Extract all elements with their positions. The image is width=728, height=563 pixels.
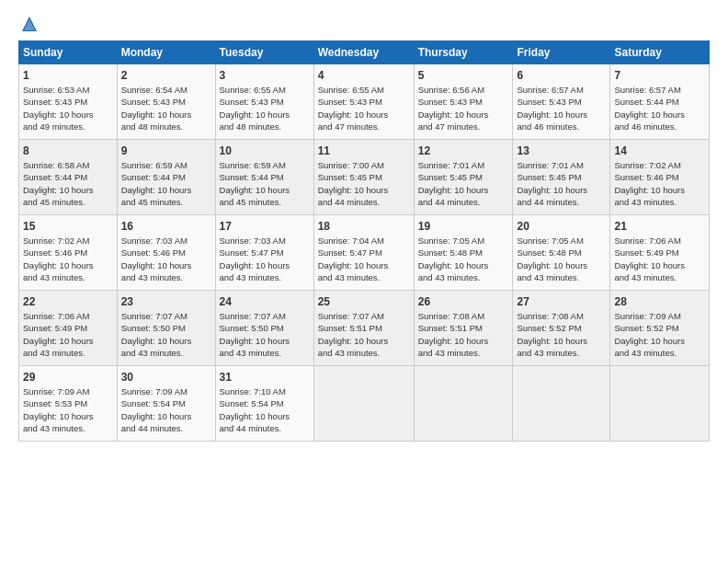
day-info: Sunrise: 7:06 AM Sunset: 5:49 PM Dayligh… bbox=[614, 235, 705, 283]
day-cell: 31Sunrise: 7:10 AM Sunset: 5:54 PM Dayli… bbox=[215, 366, 313, 442]
day-cell: 26Sunrise: 7:08 AM Sunset: 5:51 PM Dayli… bbox=[414, 291, 513, 366]
day-info: Sunrise: 6:56 AM Sunset: 5:43 PM Dayligh… bbox=[418, 84, 509, 132]
day-number: 11 bbox=[318, 144, 410, 158]
day-info: Sunrise: 7:09 AM Sunset: 5:54 PM Dayligh… bbox=[121, 385, 211, 434]
day-info: Sunrise: 7:04 AM Sunset: 5:47 PM Dayligh… bbox=[318, 235, 410, 283]
day-cell: 6Sunrise: 6:57 AM Sunset: 5:43 PM Daylig… bbox=[513, 64, 610, 140]
week-row-1: 1Sunrise: 6:53 AM Sunset: 5:43 PM Daylig… bbox=[19, 64, 710, 140]
day-number: 31 bbox=[220, 370, 310, 385]
day-number: 28 bbox=[614, 294, 705, 309]
day-cell bbox=[313, 366, 414, 442]
day-info: Sunrise: 7:10 AM Sunset: 5:54 PM Dayligh… bbox=[220, 385, 310, 434]
day-info: Sunrise: 6:57 AM Sunset: 5:43 PM Dayligh… bbox=[517, 84, 606, 132]
calendar-table: SundayMondayTuesdayWednesdayThursdayFrid… bbox=[18, 40, 710, 442]
weekday-sunday: Sunday bbox=[19, 41, 118, 64]
day-info: Sunrise: 7:01 AM Sunset: 5:45 PM Dayligh… bbox=[517, 159, 606, 208]
day-info: Sunrise: 7:03 AM Sunset: 5:46 PM Dayligh… bbox=[121, 235, 211, 283]
day-number: 23 bbox=[121, 294, 211, 309]
day-info: Sunrise: 6:53 AM Sunset: 5:43 PM Dayligh… bbox=[23, 84, 113, 132]
day-info: Sunrise: 6:59 AM Sunset: 5:44 PM Dayligh… bbox=[121, 159, 211, 208]
day-info: Sunrise: 6:59 AM Sunset: 5:44 PM Dayligh… bbox=[220, 159, 310, 208]
logo bbox=[18, 15, 39, 33]
day-cell: 15Sunrise: 7:02 AM Sunset: 5:46 PM Dayli… bbox=[19, 215, 118, 291]
day-info: Sunrise: 7:05 AM Sunset: 5:48 PM Dayligh… bbox=[418, 235, 509, 283]
day-info: Sunrise: 7:03 AM Sunset: 5:47 PM Dayligh… bbox=[220, 235, 310, 283]
day-info: Sunrise: 7:09 AM Sunset: 5:52 PM Dayligh… bbox=[614, 310, 705, 359]
day-info: Sunrise: 6:55 AM Sunset: 5:43 PM Dayligh… bbox=[318, 84, 410, 132]
day-info: Sunrise: 7:01 AM Sunset: 5:45 PM Dayligh… bbox=[418, 159, 509, 208]
day-number: 2 bbox=[121, 68, 211, 83]
day-number: 17 bbox=[220, 219, 310, 234]
day-number: 24 bbox=[220, 294, 310, 309]
day-cell bbox=[513, 366, 610, 442]
day-cell: 30Sunrise: 7:09 AM Sunset: 5:54 PM Dayli… bbox=[117, 366, 215, 442]
day-number: 15 bbox=[23, 219, 113, 234]
week-row-2: 8Sunrise: 6:58 AM Sunset: 5:44 PM Daylig… bbox=[19, 140, 710, 215]
day-cell: 4Sunrise: 6:55 AM Sunset: 5:43 PM Daylig… bbox=[313, 64, 414, 140]
weekday-wednesday: Wednesday bbox=[313, 41, 414, 64]
day-cell: 1Sunrise: 6:53 AM Sunset: 5:43 PM Daylig… bbox=[19, 64, 118, 140]
day-number: 16 bbox=[121, 219, 211, 234]
day-info: Sunrise: 7:02 AM Sunset: 5:46 PM Dayligh… bbox=[614, 159, 705, 208]
day-cell: 21Sunrise: 7:06 AM Sunset: 5:49 PM Dayli… bbox=[610, 215, 710, 291]
day-cell bbox=[610, 366, 710, 442]
day-number: 21 bbox=[614, 219, 705, 234]
day-cell: 20Sunrise: 7:05 AM Sunset: 5:48 PM Dayli… bbox=[513, 215, 610, 291]
day-number: 6 bbox=[517, 68, 606, 83]
day-cell: 28Sunrise: 7:09 AM Sunset: 5:52 PM Dayli… bbox=[610, 291, 710, 366]
day-info: Sunrise: 6:58 AM Sunset: 5:44 PM Dayligh… bbox=[23, 159, 113, 208]
day-info: Sunrise: 7:09 AM Sunset: 5:53 PM Dayligh… bbox=[23, 385, 113, 434]
day-cell: 29Sunrise: 7:09 AM Sunset: 5:53 PM Dayli… bbox=[19, 366, 118, 442]
day-cell: 27Sunrise: 7:08 AM Sunset: 5:52 PM Dayli… bbox=[513, 291, 610, 366]
day-number: 4 bbox=[318, 68, 410, 83]
day-cell: 8Sunrise: 6:58 AM Sunset: 5:44 PM Daylig… bbox=[19, 140, 118, 215]
weekday-header-row: SundayMondayTuesdayWednesdayThursdayFrid… bbox=[19, 41, 710, 64]
day-number: 29 bbox=[23, 370, 113, 385]
day-cell: 13Sunrise: 7:01 AM Sunset: 5:45 PM Dayli… bbox=[513, 140, 610, 215]
day-info: Sunrise: 7:06 AM Sunset: 5:49 PM Dayligh… bbox=[23, 310, 113, 359]
weekday-tuesday: Tuesday bbox=[215, 41, 313, 64]
day-number: 7 bbox=[614, 68, 705, 83]
day-number: 10 bbox=[220, 144, 310, 158]
day-info: Sunrise: 7:07 AM Sunset: 5:50 PM Dayligh… bbox=[121, 310, 211, 359]
day-number: 3 bbox=[220, 68, 310, 83]
day-info: Sunrise: 6:57 AM Sunset: 5:44 PM Dayligh… bbox=[614, 84, 705, 132]
day-cell: 18Sunrise: 7:04 AM Sunset: 5:47 PM Dayli… bbox=[313, 215, 414, 291]
day-info: Sunrise: 7:02 AM Sunset: 5:46 PM Dayligh… bbox=[23, 235, 113, 283]
weekday-monday: Monday bbox=[117, 41, 215, 64]
day-cell: 2Sunrise: 6:54 AM Sunset: 5:43 PM Daylig… bbox=[117, 64, 215, 140]
day-number: 12 bbox=[418, 144, 509, 158]
day-cell: 22Sunrise: 7:06 AM Sunset: 5:49 PM Dayli… bbox=[19, 291, 118, 366]
day-cell: 17Sunrise: 7:03 AM Sunset: 5:47 PM Dayli… bbox=[215, 215, 313, 291]
day-info: Sunrise: 6:55 AM Sunset: 5:43 PM Dayligh… bbox=[220, 84, 310, 132]
day-number: 26 bbox=[418, 294, 509, 309]
weekday-saturday: Saturday bbox=[610, 41, 710, 64]
day-number: 9 bbox=[121, 144, 211, 158]
weekday-friday: Friday bbox=[513, 41, 610, 64]
day-number: 20 bbox=[517, 219, 606, 234]
day-info: Sunrise: 7:07 AM Sunset: 5:51 PM Dayligh… bbox=[318, 310, 410, 359]
day-info: Sunrise: 7:05 AM Sunset: 5:48 PM Dayligh… bbox=[517, 235, 606, 283]
logo-icon bbox=[20, 15, 39, 33]
day-cell: 3Sunrise: 6:55 AM Sunset: 5:43 PM Daylig… bbox=[215, 64, 313, 140]
day-cell: 25Sunrise: 7:07 AM Sunset: 5:51 PM Dayli… bbox=[313, 291, 414, 366]
day-number: 25 bbox=[318, 294, 410, 309]
day-number: 5 bbox=[418, 68, 509, 83]
day-number: 22 bbox=[23, 294, 113, 309]
day-cell: 12Sunrise: 7:01 AM Sunset: 5:45 PM Dayli… bbox=[414, 140, 513, 215]
day-cell: 19Sunrise: 7:05 AM Sunset: 5:48 PM Dayli… bbox=[414, 215, 513, 291]
day-cell: 23Sunrise: 7:07 AM Sunset: 5:50 PM Dayli… bbox=[117, 291, 215, 366]
week-row-3: 15Sunrise: 7:02 AM Sunset: 5:46 PM Dayli… bbox=[19, 215, 710, 291]
day-info: Sunrise: 7:08 AM Sunset: 5:51 PM Dayligh… bbox=[418, 310, 509, 359]
day-cell: 24Sunrise: 7:07 AM Sunset: 5:50 PM Dayli… bbox=[215, 291, 313, 366]
header bbox=[18, 15, 710, 33]
day-number: 1 bbox=[23, 68, 113, 83]
day-number: 14 bbox=[614, 144, 705, 158]
day-info: Sunrise: 7:07 AM Sunset: 5:50 PM Dayligh… bbox=[220, 310, 310, 359]
day-cell: 16Sunrise: 7:03 AM Sunset: 5:46 PM Dayli… bbox=[117, 215, 215, 291]
day-cell bbox=[414, 366, 513, 442]
calendar-container: SundayMondayTuesdayWednesdayThursdayFrid… bbox=[0, 0, 728, 563]
day-info: Sunrise: 6:54 AM Sunset: 5:43 PM Dayligh… bbox=[121, 84, 211, 132]
week-row-5: 29Sunrise: 7:09 AM Sunset: 5:53 PM Dayli… bbox=[19, 366, 710, 442]
day-number: 27 bbox=[517, 294, 606, 309]
